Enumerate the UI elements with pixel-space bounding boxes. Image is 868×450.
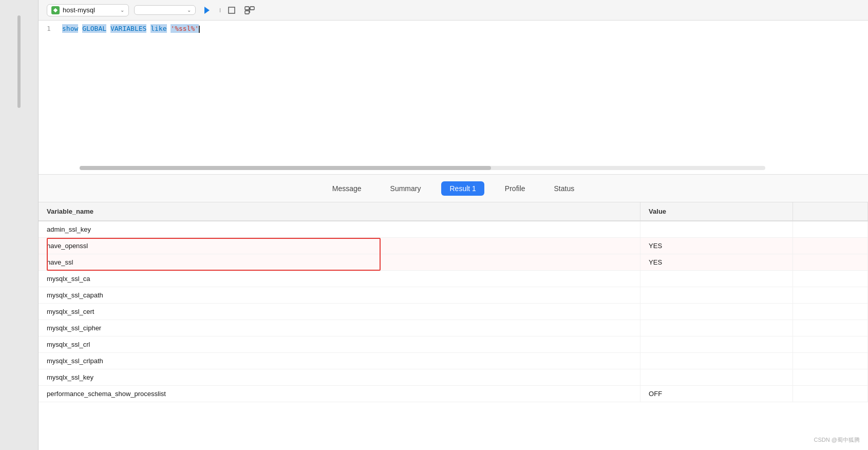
app-container: host-mysql ⌄ ⌄ I bbox=[0, 0, 868, 450]
sidebar bbox=[0, 0, 39, 450]
cell-extra bbox=[792, 353, 867, 369]
svg-rect-1 bbox=[229, 7, 235, 13]
cell-value: YES bbox=[640, 254, 793, 271]
cell-value: YES bbox=[640, 238, 793, 254]
connection-icon bbox=[51, 6, 60, 14]
cell-variable: have_openssl bbox=[39, 238, 640, 254]
editor-scrollbar-track[interactable] bbox=[80, 166, 765, 170]
table-row[interactable]: mysqlx_ssl_capath bbox=[39, 287, 868, 304]
table-row[interactable]: have_openssl YES bbox=[39, 238, 868, 254]
tab-result1[interactable]: Result 1 bbox=[441, 181, 484, 196]
cell-value bbox=[640, 336, 793, 353]
table-row[interactable]: mysqlx_ssl_key bbox=[39, 369, 868, 386]
cell-variable: mysqlx_ssl_cert bbox=[39, 304, 640, 320]
main-content: host-mysql ⌄ ⌄ I bbox=[39, 0, 868, 450]
col-header-value: Value bbox=[640, 202, 793, 221]
tabs-bar: Message Summary Result 1 Profile Status bbox=[39, 175, 868, 202]
cell-extra bbox=[792, 238, 867, 254]
keyword-variables-text: VARIABLES bbox=[110, 24, 146, 33]
table-row[interactable]: mysqlx_ssl_ca bbox=[39, 271, 868, 287]
cell-value bbox=[640, 304, 793, 320]
cell-variable: mysqlx_ssl_ca bbox=[39, 271, 640, 287]
keyword-show: show bbox=[62, 24, 78, 33]
results-area[interactable]: Variable_name Value admin_ssl_key have_o… bbox=[39, 202, 868, 450]
col-header-variable: Variable_name bbox=[39, 202, 640, 221]
connection-selector[interactable]: host-mysql ⌄ bbox=[47, 4, 129, 16]
cell-value bbox=[640, 287, 793, 304]
table-header-row: Variable_name Value bbox=[39, 202, 868, 221]
svg-marker-0 bbox=[204, 7, 210, 14]
execute-button[interactable] bbox=[201, 4, 213, 16]
toolbar: host-mysql ⌄ ⌄ I bbox=[39, 0, 868, 21]
cell-variable: performance_schema_show_processlist bbox=[39, 386, 640, 402]
cell-value bbox=[640, 221, 793, 238]
schema-dropdown-arrow: ⌄ bbox=[187, 7, 191, 13]
cell-value bbox=[640, 369, 793, 386]
cell-extra bbox=[792, 287, 867, 304]
keyword-like-text: like bbox=[150, 24, 166, 33]
table-row[interactable]: mysqlx_ssl_cert bbox=[39, 304, 868, 320]
tab-profile[interactable]: Profile bbox=[497, 181, 534, 196]
cell-value bbox=[640, 353, 793, 369]
code-line-1: show GLOBAL VARIABLES like '%ssl%' bbox=[62, 25, 200, 33]
table-row[interactable]: have_ssl YES bbox=[39, 254, 868, 271]
editor-line-1: 1 show GLOBAL VARIABLES like '%ssl%' bbox=[39, 21, 868, 37]
table-row[interactable]: mysqlx_ssl_crlpath bbox=[39, 353, 868, 369]
cell-extra bbox=[792, 320, 867, 336]
cell-extra bbox=[792, 221, 867, 238]
text-cursor bbox=[199, 26, 200, 33]
keyword-global-text: GLOBAL bbox=[82, 24, 106, 33]
cell-value bbox=[640, 271, 793, 287]
cell-variable: mysqlx_ssl_cipher bbox=[39, 320, 640, 336]
cursor-indicator: I bbox=[219, 7, 221, 13]
table-wrapper: Variable_name Value admin_ssl_key have_o… bbox=[39, 202, 868, 402]
cell-extra bbox=[792, 386, 867, 402]
cell-variable: mysqlx_ssl_crl bbox=[39, 336, 640, 353]
cell-extra bbox=[792, 304, 867, 320]
pattern-value-text: '%ssl%' bbox=[171, 24, 199, 33]
col-header-extra bbox=[792, 202, 867, 221]
connection-name: host-mysql bbox=[63, 6, 117, 14]
tab-summary[interactable]: Summary bbox=[382, 181, 429, 196]
cell-variable: admin_ssl_key bbox=[39, 221, 640, 238]
cell-value: OFF bbox=[640, 386, 793, 402]
cell-extra bbox=[792, 369, 867, 386]
cell-extra bbox=[792, 254, 867, 271]
svg-rect-3 bbox=[250, 7, 254, 10]
svg-rect-2 bbox=[245, 7, 249, 10]
editor-scrollbar-thumb[interactable] bbox=[80, 166, 491, 170]
cell-variable: mysqlx_ssl_key bbox=[39, 369, 640, 386]
connection-dropdown-arrow: ⌄ bbox=[120, 7, 124, 13]
svg-rect-4 bbox=[245, 11, 249, 14]
tab-message[interactable]: Message bbox=[324, 181, 370, 196]
stop-button[interactable] bbox=[226, 5, 237, 16]
table-row[interactable]: mysqlx_ssl_cipher bbox=[39, 320, 868, 336]
cell-variable: mysqlx_ssl_capath bbox=[39, 287, 640, 304]
cell-value bbox=[640, 320, 793, 336]
schema-browser-button[interactable] bbox=[242, 4, 257, 16]
cell-extra bbox=[792, 336, 867, 353]
table-row[interactable]: mysqlx_ssl_crl bbox=[39, 336, 868, 353]
results-table: Variable_name Value admin_ssl_key have_o… bbox=[39, 202, 868, 402]
schema-selector[interactable]: ⌄ bbox=[134, 5, 196, 15]
cell-variable: have_ssl bbox=[39, 254, 640, 271]
sidebar-scrollbar[interactable] bbox=[17, 15, 21, 108]
table-row[interactable]: performance_schema_show_processlist OFF bbox=[39, 386, 868, 402]
editor-area[interactable]: 1 show GLOBAL VARIABLES like '%ssl%' bbox=[39, 21, 868, 175]
cell-extra bbox=[792, 271, 867, 287]
line-number-1: 1 bbox=[47, 25, 62, 32]
table-row[interactable]: admin_ssl_key bbox=[39, 221, 868, 238]
cell-variable: mysqlx_ssl_crlpath bbox=[39, 353, 640, 369]
editor-scrollbar-container bbox=[80, 166, 765, 170]
watermark: CSDN @蜀中狐腾 bbox=[814, 436, 860, 444]
tab-status[interactable]: Status bbox=[546, 181, 583, 196]
